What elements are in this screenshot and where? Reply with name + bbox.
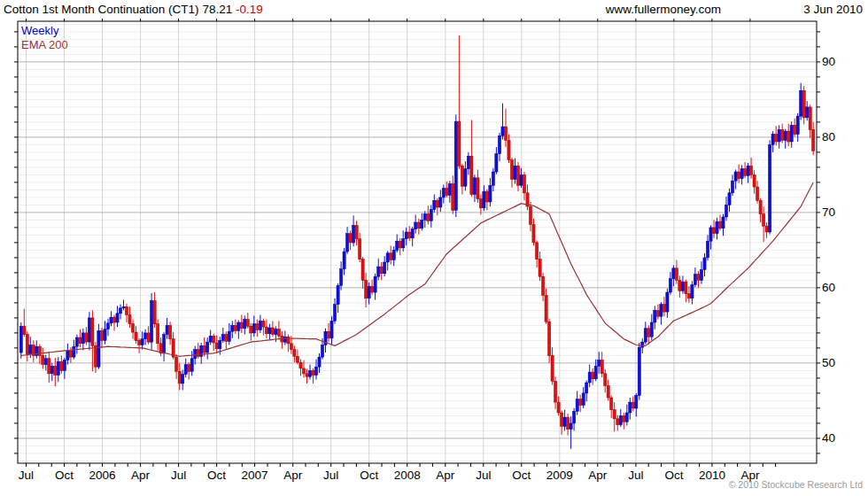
x-tick-label: Jul xyxy=(171,469,186,482)
x-tick-label: Apr xyxy=(131,469,151,482)
ema-200-line xyxy=(21,182,813,356)
chart-date: 3 Jun 2010 xyxy=(803,3,863,16)
x-tick-label: 2006 xyxy=(89,469,115,482)
x-tick-label: Apr xyxy=(588,469,608,482)
x-tick-label: 2007 xyxy=(242,469,268,482)
ema-legend-label: EMA 200 xyxy=(21,38,68,52)
price-chart-svg: 405060708090JulOct2006AprJulOct2007AprJu… xyxy=(0,0,868,496)
x-tick-label: 2009 xyxy=(546,469,573,482)
instrument-name: Cotton 1st Month Continuation (CT1) xyxy=(4,3,199,16)
chart-header: Cotton 1st Month Continuation (CT1) 78.2… xyxy=(0,0,868,19)
x-tick-label: Jul xyxy=(628,469,643,482)
x-tick-label: Jul xyxy=(323,469,338,482)
x-tick-label: Apr xyxy=(283,469,303,482)
y-axis-labels: 405060708090 xyxy=(822,55,835,445)
chart-legend: Weekly EMA 200 xyxy=(21,24,68,52)
x-tick-label: Oct xyxy=(664,469,683,482)
chart-page: 405060708090JulOct2006AprJulOct2007AprJu… xyxy=(0,0,868,496)
y-tick-label: 70 xyxy=(822,205,835,219)
x-tick-label: Oct xyxy=(207,469,226,482)
y-tick-label: 80 xyxy=(822,130,835,143)
last-price: 78.21 xyxy=(202,3,232,16)
x-tick-label: Jul xyxy=(476,469,491,482)
price-change: -0.19 xyxy=(236,3,263,16)
y-tick-label: 60 xyxy=(822,281,835,294)
chart-title: Cotton 1st Month Continuation (CT1) 78.2… xyxy=(4,3,263,16)
x-tick-label: 2008 xyxy=(394,469,421,482)
x-tick-label: Jul xyxy=(19,469,34,482)
x-tick-label: Oct xyxy=(360,469,378,482)
y-tick-label: 90 xyxy=(822,55,835,68)
gridlines xyxy=(18,21,817,463)
series-interval-label: Weekly xyxy=(21,24,68,38)
site-url: www.fullermoney.com xyxy=(606,3,721,16)
x-tick-label: Apr xyxy=(436,469,455,482)
copyright-notice: © 2010 Stockcube Research Ltd xyxy=(729,479,863,490)
x-tick-label: Oct xyxy=(55,469,74,482)
x-axis-labels: JulOct2006AprJulOct2007AprJulOct2008AprJ… xyxy=(19,469,760,482)
y-tick-label: 40 xyxy=(822,431,835,445)
y-tick-label: 50 xyxy=(822,356,835,369)
x-tick-label: Oct xyxy=(512,469,531,482)
x-tick-label: 2010 xyxy=(699,469,725,482)
